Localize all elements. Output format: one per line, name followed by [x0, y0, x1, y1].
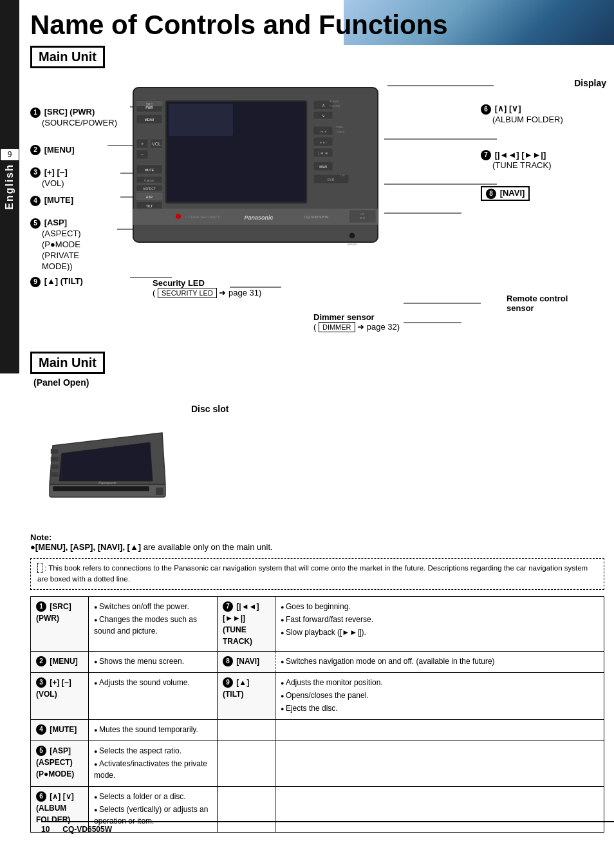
svg-text:TRACK: TRACK [336, 130, 345, 133]
main-unit-heading-2: Main Unit [30, 352, 105, 374]
remote-control-sensor-label: Remote controlsensor [507, 294, 609, 313]
svg-rect-74 [51, 457, 59, 462]
svg-text:125: 125 [360, 212, 365, 216]
svg-text:Panasonic: Panasonic [244, 214, 273, 221]
label-album-folder: 6 [∧] [∨] (ALBUM FOLDER) [481, 104, 609, 124]
panel-open-svg: Panasonic [30, 394, 172, 516]
svg-text:MUTE: MUTE [145, 168, 154, 172]
svg-text:P-MODE: P-MODE [144, 179, 154, 182]
panel-open-label: (Panel Open) [33, 377, 89, 388]
svg-text:MENU: MENU [145, 118, 154, 122]
svg-text:TUNE: TUNE [336, 126, 343, 129]
left-labels: 1 [SRC] (PWR) (SOURCE/POWER) 2 [MENU] 3 … [30, 84, 130, 279]
car-unit-image: PWR SRC MENU + VOL − MUTE P-MODE [130, 81, 387, 287]
svg-text:ASPECT: ASPECT [143, 187, 156, 191]
page-footer: 10 CQ-VD6505W [41, 821, 614, 834]
svg-text:−: − [141, 152, 144, 158]
disc-slot-label: Disc slot [191, 404, 228, 414]
label-menu: 2 [MENU] [30, 145, 130, 156]
svg-rect-73 [51, 449, 59, 454]
svg-rect-16 [169, 104, 233, 136]
svg-text:+: + [141, 141, 144, 147]
panel-open-image: Panasonic [30, 394, 172, 523]
function-table: 1 [SRC](PWR) Switches on/off the power. … [30, 596, 604, 833]
svg-text:DVD: DVD [328, 178, 335, 182]
label-tune-track: 7 [|◄◄] [►►|] (TUNE TRACK) [481, 150, 609, 171]
label-tilt: 9 [▲] (TILT) [30, 276, 83, 287]
svg-text:ASP: ASP [146, 195, 153, 199]
page-number-box: 9 [0, 148, 19, 161]
svg-text:∧: ∧ [322, 103, 325, 108]
svg-rect-72 [53, 486, 149, 491]
dimmer-box: DIMMER [319, 322, 355, 332]
svg-text:sensor: sensor [347, 242, 357, 246]
language-sidebar: English [0, 0, 19, 373]
language-label: English [4, 164, 15, 210]
svg-text:|◄◄: |◄◄ [318, 151, 328, 156]
panel-open-section: Panasonic Disc slot [30, 394, 604, 523]
svg-text:TYP: TYP [340, 174, 345, 177]
display-label: Display [574, 78, 606, 88]
table-row: 2 [MENU] Shows the menu screen. 8 [NAVI]… [31, 651, 604, 672]
table-row: 1 [SRC](PWR) Switches on/off the power. … [31, 596, 604, 651]
dotted-note: : This book refers to connections to the… [30, 558, 604, 590]
svg-text:∨: ∨ [322, 113, 325, 118]
note-title: Note: [30, 533, 51, 542]
main-content: Name of Controls and Functions Main Unit… [21, 0, 614, 839]
car-unit-svg: PWR SRC MENU + VOL − MUTE P-MODE [130, 81, 381, 268]
svg-text:Panasonic: Panasonic [98, 481, 116, 485]
svg-point-60 [176, 214, 181, 219]
main-unit-section-2: Main Unit (Panel Open) [30, 352, 604, 388]
main-unit-heading-1: Main Unit [30, 46, 105, 68]
svg-text:FOLDER: FOLDER [330, 104, 340, 108]
svg-rect-75 [51, 464, 59, 469]
svg-text:MHZ: MHZ [360, 216, 366, 220]
svg-text:TILT: TILT [146, 204, 153, 208]
label-vol: 3 [+] [−] (VOL) [30, 167, 130, 189]
svg-rect-76 [51, 472, 59, 477]
label-mute: 4 [MUTE] [30, 195, 130, 206]
svg-text:ALBUM: ALBUM [330, 100, 339, 103]
svg-text:CQ-VD6505W: CQ-VD6505W [304, 215, 329, 219]
dimmer-sensor-area: Dimmer sensor ( DIMMER ➜ page 32) [313, 312, 400, 332]
label-asp: 5 [ASP] (ASPECT) (P●MODE (PRIVATE MODE)) [30, 218, 130, 272]
security-led-box: SECURITY LED [158, 288, 217, 298]
label-navi: 8 [NAVI] [481, 186, 609, 201]
footer-page-number: 10 [41, 825, 50, 834]
note-section: Note: ●[MENU], [ASP], [NAVI], [▲] are av… [30, 533, 604, 552]
svg-text:|◄◄: |◄◄ [319, 129, 326, 133]
svg-text:►►|: ►►| [319, 140, 326, 144]
svg-text:VOL: VOL [152, 142, 161, 146]
page-title: Name of Controls and Functions [30, 10, 604, 41]
security-led-area: Security LED ( SECURITY LED ➜ page 31) [153, 278, 261, 298]
svg-point-67 [349, 232, 355, 239]
label-src: 1 [SRC] (PWR) (SOURCE/POWER) [30, 107, 130, 129]
footer-model-number: CQ-VD6505W [62, 825, 112, 834]
right-labels: 6 [∧] [∨] (ALBUM FOLDER) 7 [|◄◄] [►►|] (… [481, 104, 609, 201]
table-row: 3 [+] [−] (VOL) Adjusts the sound volume… [31, 672, 604, 719]
table-row: 5 [ASP](ASPECT)(P●MODE) Selects the aspe… [31, 741, 604, 786]
svg-rect-80 [156, 487, 163, 495]
svg-text:○ CODE SECURITY: ○ CODE SECURITY [185, 215, 220, 219]
table-row: 4 [MUTE] Mutes the sound temporarily. [31, 719, 604, 741]
svg-text:NAVI: NAVI [319, 165, 327, 169]
diagram-area: Display [30, 71, 609, 348]
svg-text:SRC: SRC [146, 102, 153, 106]
